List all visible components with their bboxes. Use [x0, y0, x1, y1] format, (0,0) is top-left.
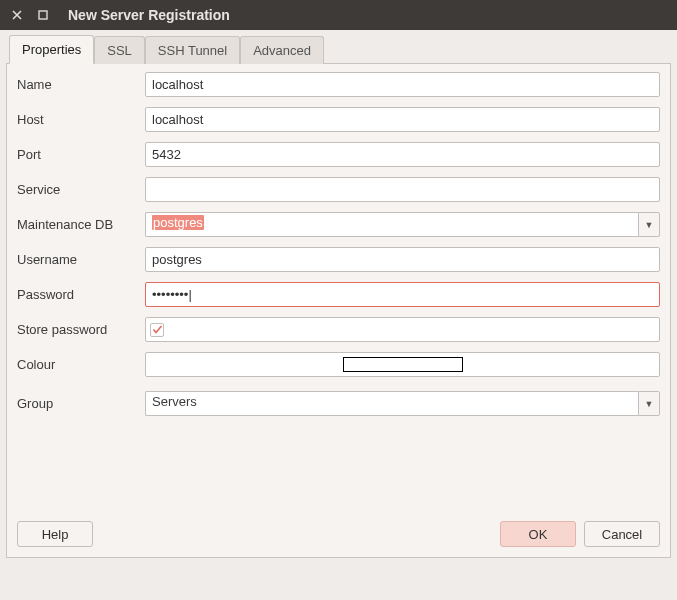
store-password-label: Store password [17, 322, 145, 337]
tab-ssl[interactable]: SSL [94, 36, 145, 64]
tab-advanced[interactable]: Advanced [240, 36, 324, 64]
name-label: Name [17, 77, 145, 92]
maximize-icon[interactable] [36, 8, 50, 22]
service-input[interactable] [145, 177, 660, 202]
window-body: Properties SSL SSH Tunnel Advanced Name … [0, 30, 677, 564]
service-label: Service [17, 182, 145, 197]
tab-bar: Properties SSL SSH Tunnel Advanced [6, 34, 671, 64]
tab-panel-properties: Name Host Port Service Maintenance DB [6, 64, 671, 558]
username-input[interactable] [145, 247, 660, 272]
group-label: Group [17, 396, 145, 411]
chevron-down-icon[interactable]: ▼ [638, 391, 660, 416]
colour-label: Colour [17, 357, 145, 372]
text-cursor-icon: | [188, 287, 191, 302]
close-icon[interactable] [10, 8, 24, 22]
username-label: Username [17, 252, 145, 267]
name-input[interactable] [145, 72, 660, 97]
password-input[interactable]: ••••••••| [145, 282, 660, 307]
group-input[interactable]: Servers [145, 391, 638, 416]
store-password-checkbox[interactable] [150, 323, 164, 337]
help-button[interactable]: Help [17, 521, 93, 547]
port-label: Port [17, 147, 145, 162]
colour-field[interactable] [145, 352, 660, 377]
chevron-down-icon[interactable]: ▼ [638, 212, 660, 237]
maintenance-db-combo[interactable]: postgres ▼ [145, 212, 660, 237]
colour-swatch[interactable] [343, 357, 463, 372]
maintenance-db-label: Maintenance DB [17, 217, 145, 232]
store-password-field [145, 317, 660, 342]
tab-properties[interactable]: Properties [9, 35, 94, 64]
window-title: New Server Registration [68, 7, 230, 23]
ok-button[interactable]: OK [500, 521, 576, 547]
tab-ssh-tunnel[interactable]: SSH Tunnel [145, 36, 240, 64]
button-bar: Help OK Cancel [17, 521, 660, 547]
cancel-button[interactable]: Cancel [584, 521, 660, 547]
titlebar: New Server Registration [0, 0, 677, 30]
port-input[interactable] [145, 142, 660, 167]
maintenance-db-input[interactable]: postgres [145, 212, 638, 237]
group-combo[interactable]: Servers ▼ [145, 391, 660, 416]
host-label: Host [17, 112, 145, 127]
password-label: Password [17, 287, 145, 302]
host-input[interactable] [145, 107, 660, 132]
svg-rect-0 [39, 11, 47, 19]
